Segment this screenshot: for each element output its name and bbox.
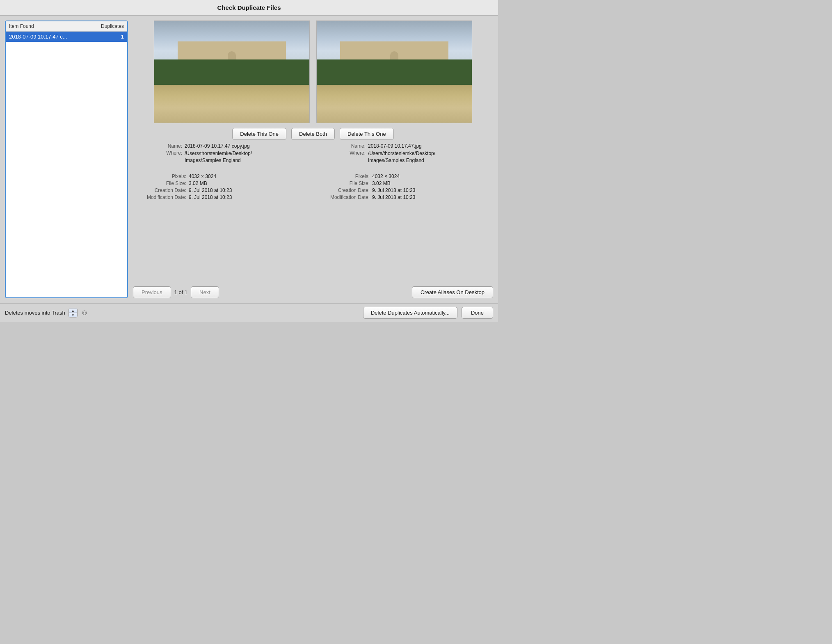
- info-section: Name: 2018-07-09 10.17.47 copy.jpg Where…: [133, 143, 493, 165]
- delete-both-button[interactable]: Delete Both: [291, 128, 335, 140]
- bottom-right-buttons: Delete Duplicates Automatically... Done: [363, 307, 493, 319]
- left-where-value: /Users/thorstenlemke/Desktop/Images/Samp…: [185, 150, 310, 164]
- right-modification-label: Modification Date:: [316, 194, 370, 200]
- list-col-item: Item Found: [9, 23, 95, 29]
- right-filesize-row: File Size: 3.02 MB: [316, 180, 493, 186]
- right-pixels-row: Pixels: 4032 × 3024: [316, 174, 493, 179]
- left-name-value: 2018-07-09 10.17.47 copy.jpg: [185, 143, 310, 149]
- bottom-bar: Deletes moves into Trash ▲ ▼ ☺ Delete Du…: [0, 303, 498, 322]
- right-filesize-value: 3.02 MB: [372, 180, 493, 186]
- left-filesize-label: File Size:: [133, 180, 186, 186]
- right-creation-value: 9. Jul 2018 at 10:23: [372, 187, 493, 193]
- file-list-panel: Item Found Duplicates 2018-07-09 10.17.4…: [5, 21, 128, 298]
- right-pixels-value: 4032 × 3024: [372, 174, 493, 179]
- images-row: [133, 21, 493, 123]
- previous-button[interactable]: Previous: [133, 286, 171, 298]
- stepper-up-icon[interactable]: ▲: [69, 308, 77, 313]
- left-creation-value: 9. Jul 2018 at 10:23: [189, 187, 310, 193]
- ground-left: [154, 85, 309, 123]
- right-creation-label: Creation Date:: [316, 187, 370, 193]
- right-info-panel: Name: 2018-07-09 10.17.47.jpg Where: /Us…: [316, 143, 493, 165]
- delete-auto-button[interactable]: Delete Duplicates Automatically...: [363, 307, 457, 319]
- right-pixels-label: Pixels:: [316, 174, 370, 179]
- trash-label: Deletes moves into Trash: [5, 310, 65, 316]
- left-filesize-row: File Size: 3.02 MB: [133, 180, 310, 186]
- left-image-frame: [154, 21, 310, 123]
- building-right: [340, 41, 449, 62]
- title-text: Check Duplicate Files: [217, 4, 281, 11]
- right-filesize-label: File Size:: [316, 180, 370, 186]
- left-name-row: Name: 2018-07-09 10.17.47 copy.jpg: [133, 143, 310, 149]
- left-name-label: Name:: [133, 143, 182, 149]
- right-name-label: Name:: [316, 143, 366, 149]
- left-filesize-value: 3.02 MB: [189, 180, 310, 186]
- right-stats-panel: Pixels: 4032 × 3024 File Size: 3.02 MB C…: [316, 174, 493, 201]
- left-pixels-label: Pixels:: [133, 174, 186, 179]
- delete-right-button[interactable]: Delete This One: [340, 128, 394, 140]
- left-where-row: Where: /Users/thorstenlemke/Desktop/Imag…: [133, 150, 310, 164]
- right-navigation: Create Aliases On Desktop: [412, 286, 493, 298]
- list-col-duplicates: Duplicates: [95, 23, 124, 29]
- done-button[interactable]: Done: [462, 307, 493, 319]
- stepper-down-icon[interactable]: ▼: [69, 313, 77, 317]
- list-item[interactable]: 2018-07-09 10.17.47 c... 1: [6, 32, 127, 42]
- right-name-row: Name: 2018-07-09 10.17.47.jpg: [316, 143, 493, 149]
- dome-left: [228, 51, 236, 59]
- list-header: Item Found Duplicates: [6, 21, 127, 32]
- emoji-button[interactable]: ☺: [81, 308, 88, 317]
- left-creation-row: Creation Date: 9. Jul 2018 at 10:23: [133, 187, 310, 193]
- delete-left-button[interactable]: Delete This One: [232, 128, 286, 140]
- dome-right: [390, 51, 398, 59]
- trash-stepper[interactable]: ▲ ▼: [69, 308, 78, 317]
- list-item-count: 1: [95, 34, 124, 40]
- hedge-right: [317, 59, 472, 85]
- left-stats-panel: Pixels: 4032 × 3024 File Size: 3.02 MB C…: [133, 174, 310, 201]
- stats-section: Pixels: 4032 × 3024 File Size: 3.02 MB C…: [133, 174, 493, 201]
- right-modification-value: 9. Jul 2018 at 10:23: [372, 194, 493, 200]
- left-info-panel: Name: 2018-07-09 10.17.47 copy.jpg Where…: [133, 143, 310, 165]
- hedge-left: [154, 59, 309, 85]
- right-where-row: Where: /Users/thorstenlemke/Desktop/Imag…: [316, 150, 493, 164]
- right-where-value: /Users/thorstenlemke/Desktop/Images/Samp…: [368, 150, 493, 164]
- navigation-row: Previous 1 of 1 Next Create Aliases On D…: [133, 286, 493, 298]
- left-modification-value: 9. Jul 2018 at 10:23: [189, 194, 310, 200]
- detail-panel: Delete This One Delete Both Delete This …: [133, 21, 493, 298]
- create-aliases-button[interactable]: Create Aliases On Desktop: [412, 286, 493, 298]
- right-where-label: Where:: [316, 150, 366, 164]
- list-item-name: 2018-07-09 10.17.47 c...: [9, 34, 95, 40]
- window-title: Check Duplicate Files: [0, 0, 498, 16]
- left-modification-label: Modification Date:: [133, 194, 186, 200]
- left-creation-label: Creation Date:: [133, 187, 186, 193]
- action-buttons-row: Delete This One Delete Both Delete This …: [133, 128, 493, 140]
- list-body[interactable]: 2018-07-09 10.17.47 c... 1: [6, 32, 127, 297]
- left-navigation: Previous 1 of 1 Next: [133, 286, 219, 298]
- next-button[interactable]: Next: [191, 286, 219, 298]
- left-pixels-row: Pixels: 4032 × 3024: [133, 174, 310, 179]
- right-image-frame: [316, 21, 472, 123]
- page-count: 1 of 1: [174, 289, 188, 295]
- left-modification-row: Modification Date: 9. Jul 2018 at 10:23: [133, 194, 310, 200]
- right-modification-row: Modification Date: 9. Jul 2018 at 10:23: [316, 194, 493, 200]
- left-where-label: Where:: [133, 150, 182, 164]
- ground-right: [317, 85, 472, 123]
- right-name-value: 2018-07-09 10.17.47.jpg: [368, 143, 493, 149]
- building-left: [178, 41, 286, 62]
- right-creation-row: Creation Date: 9. Jul 2018 at 10:23: [316, 187, 493, 193]
- left-pixels-value: 4032 × 3024: [189, 174, 310, 179]
